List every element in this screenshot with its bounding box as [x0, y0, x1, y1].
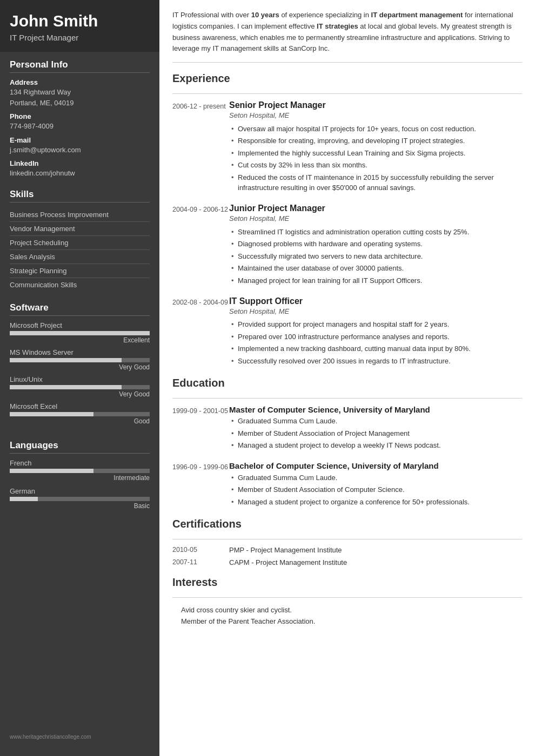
experience-entry: 2004-09 - 2006-12 Junior Project Manager… [172, 204, 522, 287]
software-bar-container [10, 385, 150, 389]
sidebar-footer: www.heritagechristiancollege.com [0, 728, 159, 745]
education-divider [172, 398, 522, 399]
experience-entry: 2002-08 - 2004-09 IT Support Officer Set… [172, 296, 522, 367]
bullet-item: Prepared over 100 infrastructure perform… [229, 330, 522, 343]
bullet-item: Implemented a new tracking dashboard, cu… [229, 343, 522, 355]
edu-date: 1996-09 - 1999-06 [172, 461, 229, 508]
cert-date: 2007-11 [172, 558, 229, 566]
bullet-item: Maintained the user database of over 300… [229, 262, 522, 275]
bullet-item: Implemented the highly successful Lean T… [229, 147, 522, 159]
bullet-item: Provided support for project managers an… [229, 319, 522, 331]
phone-label: Phone [10, 112, 150, 120]
bullet-item: Cut costs by 32% in less than six months… [229, 159, 522, 172]
interests-title: Interests [172, 576, 522, 591]
languages-list: French Intermediate German Basic [10, 459, 150, 510]
entry-date: 2002-08 - 2004-09 [172, 296, 229, 367]
bullet-item: Member of Student Association of Compute… [229, 484, 522, 496]
edu-bullets-list: Graduated Summa Cum Laude.Member of Stud… [229, 415, 522, 452]
software-title: Software [10, 302, 150, 316]
education-section: Education 1999-09 - 2001-05 Master of Co… [172, 377, 522, 508]
linkedin-label: LinkedIn [10, 159, 150, 167]
experience-title: Experience [172, 72, 522, 87]
software-bar-container [10, 358, 150, 362]
interest-item: Member of the Parent Teacher Association… [172, 616, 522, 627]
job-title: IT Support Officer [229, 296, 522, 306]
address-line1: 134 Rightward Way [10, 87, 150, 97]
certification-row: 2007-11 CAPM - Project Management Instit… [172, 558, 522, 566]
edu-title: Bachelor of Computer Science, University… [229, 461, 522, 470]
candidate-title: IT Project Manager [10, 33, 150, 42]
software-bar-fill [10, 358, 122, 362]
language-bar-fill [10, 497, 38, 501]
edu-content: Bachelor of Computer Science, University… [229, 461, 522, 508]
bullet-item: Reduced the costs of IT maintenance in 2… [229, 171, 522, 194]
phone-value: 774-987-4009 [10, 122, 150, 131]
linkedin-value: linkedin.com/johnutw [10, 168, 150, 178]
language-name: German [10, 487, 150, 495]
sidebar-header: John Smith IT Project Manager [0, 0, 159, 52]
education-entry: 1996-09 - 1999-06 Bachelor of Computer S… [172, 461, 522, 508]
job-title: Junior Project Manager [229, 204, 522, 213]
bullet-item: Streamlined IT logistics and administrat… [229, 226, 522, 238]
software-name: MS Windows Server [10, 348, 150, 356]
skill-item: Project Scheduling [10, 236, 150, 250]
address-line2: Portland, ME, 04019 [10, 98, 150, 108]
language-name: French [10, 459, 150, 467]
software-name: Microsoft Excel [10, 402, 150, 410]
resume-wrapper: John Smith IT Project Manager Personal I… [0, 0, 535, 756]
personal-info-section: Personal Info Address 134 Rightward Way … [0, 52, 159, 181]
languages-title: Languages [10, 440, 150, 454]
software-bar-container [10, 331, 150, 335]
language-bar-container [10, 469, 150, 473]
software-item: Linux/Unix Very Good [10, 375, 150, 398]
email-label: E-mail [10, 136, 150, 144]
bullet-item: Managed a student project to organize a … [229, 496, 522, 508]
certification-row: 2010-05 PMP - Project Management Institu… [172, 546, 522, 554]
candidate-name: John Smith [10, 12, 150, 30]
job-title: Senior Project Manager [229, 100, 522, 110]
software-rating: Excellent [10, 336, 150, 344]
software-name: Linux/Unix [10, 375, 150, 383]
company-name: Seton Hospital, ME [229, 214, 522, 222]
entry-content: Junior Project Manager Seton Hospital, M… [229, 204, 522, 287]
software-name: Microsoft Project [10, 321, 150, 329]
language-item: French Intermediate [10, 459, 150, 482]
sidebar: John Smith IT Project Manager Personal I… [0, 0, 159, 756]
bullets-list: Streamlined IT logistics and administrat… [229, 226, 522, 287]
interests-section: Interests Avid cross country skier and c… [172, 576, 522, 627]
address-label: Address [10, 78, 150, 86]
entry-content: IT Support Officer Seton Hospital, ME Pr… [229, 296, 522, 367]
language-bar-container [10, 497, 150, 501]
entry-date: 2004-09 - 2006-12 [172, 204, 229, 287]
certifications-divider [172, 539, 522, 539]
interest-item: Avid cross country skier and cyclist. [172, 604, 522, 616]
software-rating: Very Good [10, 363, 150, 371]
main-content: IT Professional with over 10 years of ex… [159, 0, 535, 756]
certifications-section: Certifications 2010-05 PMP - Project Man… [172, 518, 522, 566]
software-rating: Good [10, 417, 150, 425]
certifications-title: Certifications [172, 518, 522, 532]
software-bar-container [10, 412, 150, 416]
edu-bullets-list: Graduated Summa Cum Laude.Member of Stud… [229, 471, 522, 508]
skills-list: Business Process ImprovementVendor Manag… [10, 208, 150, 292]
skills-section: Skills Business Process ImprovementVendo… [0, 181, 159, 295]
summary-text: IT Professional with over 10 years of ex… [172, 10, 522, 63]
bullet-item: Successfully migrated two servers to new… [229, 250, 522, 262]
experience-divider [172, 93, 522, 94]
education-title: Education [172, 377, 522, 392]
software-bar-fill [10, 412, 93, 416]
bullets-list: Oversaw all major hospital IT projects f… [229, 123, 522, 194]
company-name: Seton Hospital, ME [229, 307, 522, 315]
edu-content: Master of Computer Science, University o… [229, 405, 522, 452]
education-list: 1999-09 - 2001-05 Master of Computer Sci… [172, 405, 522, 508]
education-entry: 1999-09 - 2001-05 Master of Computer Sci… [172, 405, 522, 452]
experience-section: Experience 2006-12 - present Senior Proj… [172, 72, 522, 367]
edu-title: Master of Computer Science, University o… [229, 405, 522, 414]
skills-title: Skills [10, 189, 150, 202]
cert-name: CAPM - Project Management Institute [229, 558, 347, 566]
personal-info-title: Personal Info [10, 59, 150, 73]
entry-content: Senior Project Manager Seton Hospital, M… [229, 100, 522, 194]
skill-item: Sales Analysis [10, 250, 150, 264]
bullet-item: Managed project for lean training for al… [229, 274, 522, 287]
software-section: Software Microsoft Project Excellent MS … [0, 295, 159, 433]
